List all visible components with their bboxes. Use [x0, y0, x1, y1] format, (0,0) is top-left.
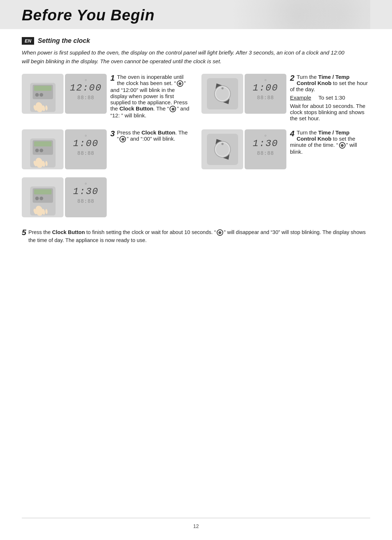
step4-text1: Turn the [297, 129, 318, 136]
step3-clock-dot: ○ [85, 134, 87, 137]
step3-clock-time: 1:00 [73, 138, 98, 149]
page-number: 12 [193, 523, 199, 529]
step1-images: ○ 12:00 88:88 [22, 74, 107, 114]
step4-knob-panel [201, 129, 243, 169]
step5-bold1: Clock Button [52, 229, 85, 235]
step2-images: ○ 1:00 88:88 [201, 74, 286, 114]
step4-knob-icon [206, 133, 239, 166]
step2-wait-text: Wait for about 10 seconds. The clock sto… [290, 103, 370, 121]
step1-circle-icon2: ⊕ [170, 106, 176, 112]
step3-col: ○ 1:00 88:88 3 Press the Clock Button. T… [22, 129, 191, 169]
step5-text1: Press the [28, 229, 52, 235]
step4-clock-sub: 88:88 [257, 150, 274, 156]
step5-hand-icon [28, 185, 57, 217]
svg-point-4 [40, 93, 43, 97]
svg-point-16 [35, 149, 39, 152]
step5-row: ○ 1:30 88:88 [22, 177, 370, 217]
step1-display: ○ 12:00 88:88 [65, 74, 107, 114]
step5-clock-time: 1:30 [73, 186, 98, 197]
step4-clock-time: 1:30 [253, 138, 278, 149]
step1-clock-sub: 88:88 [77, 95, 94, 101]
step1-hand-panel [22, 74, 64, 114]
steps-1-2-row: ○ 12:00 88:88 1 The oven is inoperable u… [22, 74, 370, 121]
svg-rect-2 [34, 86, 52, 91]
step1-text1: The oven is inoperable until the clock h… [117, 74, 183, 86]
step3-text3: ” and “:00” will blink. [127, 136, 175, 142]
step2-display: ○ 1:00 88:88 [245, 74, 286, 114]
step2-clock-time: 1:00 [253, 82, 278, 93]
hand-icon [28, 81, 57, 114]
svg-rect-15 [34, 141, 52, 146]
step1-text: 1 The oven is inoperable until the clock… [110, 74, 191, 118]
step3-bold1: Clock Button [142, 129, 175, 136]
step3-display: ○ 1:00 88:88 [65, 129, 107, 169]
step4-number: 4 [290, 129, 294, 138]
step2-text1: Turn the [297, 74, 318, 80]
step1-circle-icon: ⊕ [177, 80, 183, 87]
svg-point-12 [221, 87, 224, 89]
step5-number: 5 [22, 228, 26, 237]
header-banner: Before You Begin [0, 0, 392, 29]
step5-text-block: 5 Press the Clock Button to finish setti… [22, 228, 370, 245]
step2-number: 2 [290, 74, 294, 82]
step5-circle-icon: ⊕ [217, 229, 223, 236]
step2-text: 2 Turn the Time / Temp Control Knob to s… [290, 74, 370, 121]
step4-circle-icon: ⊕ [339, 142, 346, 149]
footer: 12 [22, 518, 370, 533]
step2-clock-sub: 88:88 [257, 95, 274, 101]
step3-text1: Press the [117, 129, 142, 136]
intro-text: When power is first supplied to the oven… [22, 48, 348, 66]
step2-clock-dot: ○ [265, 78, 266, 82]
step1-clock-time: 12:00 [70, 82, 102, 93]
step4-col: ○ 1:30 88:88 4 Turn the Time / Temp Cont… [201, 129, 370, 169]
step1-bold1: Clock Button [119, 105, 153, 112]
step5-display: ○ 1:30 88:88 [65, 177, 107, 217]
step3-clock-sub: 88:88 [77, 150, 94, 156]
step2-example: Example To set 1:30 [290, 94, 370, 101]
step3-images: ○ 1:00 88:88 [22, 129, 107, 169]
svg-point-25 [221, 143, 224, 145]
step2-col: ○ 1:00 88:88 2 Turn the Time / Temp Cont… [201, 74, 370, 121]
section-title: EN Setting the clock [22, 37, 370, 45]
page: Before You Begin EN Setting the clock Wh… [0, 0, 392, 540]
step2-example-label: Example [290, 94, 311, 101]
step1-text3: . The “ [153, 105, 169, 112]
step1-col: ○ 12:00 88:88 1 The oven is inoperable u… [22, 74, 191, 121]
step4-images: ○ 1:30 88:88 [201, 129, 286, 169]
step4-clock-dot: ○ [265, 134, 266, 137]
step1-clock-dot: ○ [85, 78, 87, 82]
svg-point-3 [35, 93, 39, 97]
step4-text: 4 Turn the Time / Temp Control Knob to s… [290, 129, 370, 155]
step3-hand-icon [28, 137, 57, 169]
en-badge: EN [22, 37, 34, 45]
step5-clock-sub: 88:88 [77, 198, 94, 204]
step1-number: 1 [110, 74, 115, 82]
step3-number: 3 [110, 129, 115, 138]
step3-circle-icon: ⊕ [119, 136, 126, 142]
step5-hand-panel [22, 177, 64, 217]
step2-example-value: To set 1:30 [318, 94, 345, 101]
step2-knob-panel [201, 74, 243, 114]
svg-point-30 [40, 197, 43, 200]
svg-point-17 [40, 149, 43, 152]
step3-hand-panel [22, 129, 64, 169]
step5-images: ○ 1:30 88:88 [22, 177, 107, 217]
step3-text: 3 Press the Clock Button. The “⊕” and “:… [110, 129, 191, 142]
svg-point-29 [35, 197, 39, 200]
section-heading-text: Setting the clock [38, 37, 90, 45]
step5-clock-dot: ○ [85, 182, 87, 185]
page-title: Before You Begin [22, 7, 155, 24]
steps-3-4-row: ○ 1:00 88:88 3 Press the Clock Button. T… [22, 129, 370, 169]
svg-rect-28 [34, 189, 52, 194]
step5-text2: to finish setting the clock or wait for … [85, 229, 216, 235]
knob-icon [206, 77, 239, 110]
step4-display: ○ 1:30 88:88 [245, 129, 286, 169]
